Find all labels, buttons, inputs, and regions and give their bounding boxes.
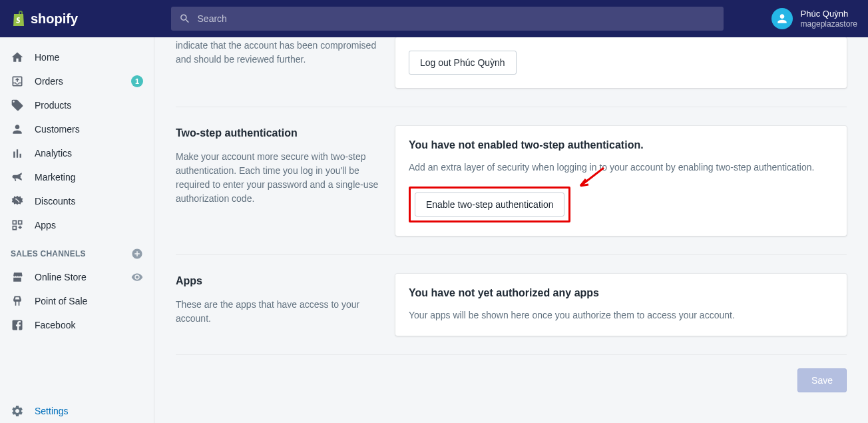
nav-label: Home: [35, 52, 143, 63]
add-channel-icon[interactable]: [131, 248, 143, 260]
two-step-card: You have not enabled two-step authentica…: [395, 126, 847, 236]
nav-products[interactable]: Products: [0, 93, 154, 117]
nav-customers[interactable]: Customers: [0, 117, 154, 141]
nav-label: Discounts: [35, 196, 143, 207]
nav-discounts[interactable]: Discounts: [0, 189, 154, 213]
search-field[interactable]: [171, 7, 724, 31]
channel-online-store[interactable]: Online Store: [0, 265, 154, 289]
main-content: indicate that the account has been compr…: [154, 37, 868, 423]
nav-label: Settings: [35, 406, 143, 416]
nav-label: Analytics: [35, 148, 143, 159]
apps-card-title: You have not yet authorized any apps: [409, 287, 833, 299]
sidebar: Home Orders 1 Products Customers Analyti…: [0, 37, 154, 423]
two-step-card-text: Add an extra layer of security when logg…: [409, 161, 833, 175]
section-logout: indicate that the account has been compr…: [176, 37, 847, 107]
home-icon: [11, 51, 24, 64]
search-input[interactable]: [198, 13, 716, 24]
shopify-bag-icon: [11, 10, 27, 27]
annotation-highlight: Enable two-step authentication: [409, 187, 570, 222]
logout-desc: indicate that the account has been compr…: [176, 39, 382, 67]
section-apps: Apps These are the apps that have access…: [176, 255, 847, 355]
logo-text: shopify: [31, 11, 78, 27]
nav-apps[interactable]: Apps: [0, 213, 154, 237]
two-step-card-title: You have not enabled two-step authentica…: [409, 139, 833, 151]
orders-badge: 1: [131, 75, 143, 87]
nav-label: Apps: [35, 220, 143, 230]
user-menu[interactable]: Phúc Quỳnh mageplazastore: [745, 8, 857, 29]
shopify-logo[interactable]: shopify: [11, 10, 78, 27]
gear-icon: [11, 404, 24, 418]
apps-card-text: Your apps will be shown here once you au…: [409, 308, 833, 322]
annotation-arrow-icon: [574, 165, 607, 191]
avatar: [771, 8, 793, 29]
enable-two-step-button[interactable]: Enable two-step authentication: [415, 193, 564, 216]
nav-label: Marketing: [35, 172, 143, 183]
store-name: mageplazastore: [801, 19, 857, 29]
nav-label: Facebook: [35, 320, 143, 330]
user-name: Phúc Quỳnh: [801, 9, 857, 19]
nav-label: Orders: [35, 76, 120, 87]
top-header: shopify Phúc Quỳnh mageplazastore: [0, 0, 868, 37]
person-icon: [775, 12, 789, 25]
inbox-icon: [11, 75, 24, 88]
nav-label: Point of Sale: [35, 296, 143, 306]
footer-bar: Save: [176, 355, 847, 392]
megaphone-icon: [11, 171, 24, 184]
person-icon: [11, 123, 24, 136]
nav-home[interactable]: Home: [0, 45, 154, 69]
nav-analytics[interactable]: Analytics: [0, 141, 154, 165]
nav-label: Customers: [35, 124, 143, 135]
section-two-step: Two-step authentication Make your accoun…: [176, 107, 847, 255]
two-step-title: Two-step authentication: [176, 127, 382, 139]
nav-orders[interactable]: Orders 1: [0, 69, 154, 93]
bar-chart-icon: [11, 147, 24, 160]
apps-card: You have not yet authorized any apps You…: [395, 274, 847, 336]
logout-card: Log out Phúc Quỳnh: [395, 37, 847, 88]
pos-icon: [11, 294, 24, 308]
two-step-desc: Make your account more secure with two-s…: [176, 150, 382, 206]
tag-icon: [11, 99, 24, 112]
apps-title: Apps: [176, 275, 382, 287]
logout-button[interactable]: Log out Phúc Quỳnh: [409, 51, 517, 75]
apps-desc: These are the apps that have access to y…: [176, 298, 382, 326]
nav-marketing[interactable]: Marketing: [0, 165, 154, 189]
nav-label: Products: [35, 100, 143, 111]
eye-icon[interactable]: [131, 271, 143, 283]
nav-settings[interactable]: Settings: [0, 399, 154, 423]
store-icon: [11, 270, 24, 284]
save-button[interactable]: Save: [797, 368, 847, 392]
discount-icon: [11, 195, 24, 208]
channels-header-label: SALES CHANNELS: [11, 249, 86, 258]
apps-icon: [11, 218, 24, 232]
channel-pos[interactable]: Point of Sale: [0, 289, 154, 313]
channel-facebook[interactable]: Facebook: [0, 313, 154, 337]
nav-label: Online Store: [35, 272, 120, 282]
sales-channels-header: SALES CHANNELS: [0, 237, 154, 265]
search-icon: [179, 13, 190, 25]
facebook-icon: [11, 318, 24, 332]
